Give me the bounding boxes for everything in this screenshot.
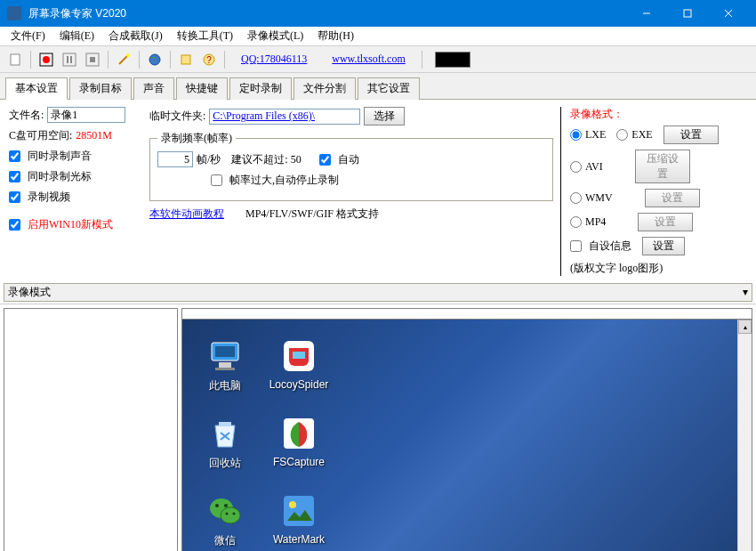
- menu-edit[interactable]: 编辑(E): [52, 27, 101, 45]
- svg-rect-15: [181, 55, 190, 64]
- cb-custom-info[interactable]: [570, 240, 582, 252]
- scroll-up-icon[interactable]: ▴: [738, 320, 752, 334]
- diskspace-value: 28501M: [76, 129, 112, 142]
- label-record-sound: 同时录制声音: [28, 149, 92, 164]
- notes-icon[interactable]: [176, 50, 196, 69]
- mode-bar[interactable]: 录像模式 ▾: [4, 283, 752, 302]
- svg-rect-20: [219, 362, 231, 368]
- fps-suggest: 建议不超过: 50: [231, 152, 301, 167]
- svg-line-12: [119, 55, 128, 64]
- svg-rect-9: [70, 56, 72, 63]
- tempdir-label: 临时文件夹:: [149, 109, 205, 124]
- label-record-video: 录制视频: [28, 190, 70, 205]
- format-support: MP4/FLV/SWF/GIF 格式支持: [245, 207, 379, 222]
- radio-exe[interactable]: [616, 129, 628, 141]
- toolbar: ? QQ:178046113 www.tlxsoft.com: [0, 46, 756, 73]
- tab-other[interactable]: 其它设置: [358, 77, 420, 100]
- svg-point-33: [289, 501, 296, 508]
- menu-file[interactable]: 文件(F): [4, 27, 52, 45]
- svg-rect-8: [67, 56, 68, 63]
- new-icon[interactable]: [5, 50, 25, 69]
- pause-icon[interactable]: [60, 50, 79, 69]
- website-link[interactable]: www.tlxsoft.com: [332, 53, 406, 66]
- fps-unit: 帧/秒: [197, 152, 221, 167]
- app-icon: [7, 6, 21, 20]
- svg-point-27: [221, 507, 240, 523]
- compress-button[interactable]: 压缩设置: [635, 150, 690, 183]
- desktop-icon-recycle[interactable]: 回收站: [191, 415, 259, 471]
- svg-rect-21: [215, 368, 235, 370]
- stop-icon[interactable]: [83, 50, 102, 69]
- globe-icon[interactable]: [145, 50, 165, 69]
- menu-convert[interactable]: 转换工具(T): [170, 27, 240, 45]
- icon-label: FSCapture: [273, 456, 325, 468]
- label-lxe: LXE: [585, 128, 606, 142]
- fps-input[interactable]: [157, 151, 193, 167]
- recycle-bin-icon: [206, 415, 244, 452]
- desktop-icon-fscapture[interactable]: FSCapture: [259, 415, 339, 471]
- tab-hotkey[interactable]: 快捷键: [176, 77, 228, 100]
- label-wmv: WMV: [585, 191, 613, 205]
- desktop-icon-watermark[interactable]: WaterMark: [259, 492, 339, 548]
- menu-help[interactable]: 帮助(H): [310, 27, 361, 45]
- dropdown-icon[interactable]: ▾: [743, 286, 748, 299]
- filename-input[interactable]: [47, 107, 125, 123]
- svg-rect-1: [684, 10, 691, 17]
- radio-lxe[interactable]: [570, 129, 582, 141]
- desktop-icon-locoyspider[interactable]: LocoySpider: [259, 337, 339, 393]
- qq-link[interactable]: QQ:178046113: [241, 53, 307, 66]
- set-wmv-button[interactable]: 设置: [645, 189, 700, 207]
- select-button[interactable]: 选择: [364, 107, 405, 126]
- cb-win10-mode[interactable]: [9, 219, 20, 231]
- settings-panel: 文件名: C盘可用空间: 28501M 同时录制声音 同时录制光标 录制视频 启…: [0, 100, 756, 283]
- tab-target[interactable]: 录制目标: [69, 77, 132, 100]
- framerate-fieldset: 录制频率(帧率) 帧/秒 建议不超过: 50 自动 帧率过大,自动停止录制: [149, 131, 553, 201]
- tab-sound[interactable]: 声音: [133, 77, 174, 100]
- label-mp4: MP4: [585, 215, 606, 229]
- cb-record-cursor[interactable]: [9, 171, 20, 182]
- svg-point-30: [226, 513, 229, 515]
- fscapture-icon: [280, 415, 318, 452]
- label-record-cursor: 同时录制光标: [28, 169, 92, 184]
- minimize-button[interactable]: [626, 0, 667, 27]
- tab-basic[interactable]: 基本设置: [5, 77, 68, 100]
- filename-label: 文件名:: [9, 108, 44, 123]
- radio-wmv[interactable]: [570, 192, 582, 204]
- maximize-button[interactable]: [667, 0, 708, 27]
- ruler: [181, 308, 752, 319]
- wechat-icon: [206, 492, 244, 530]
- icon-label: 回收站: [209, 456, 241, 471]
- desktop-icon-thispc[interactable]: 此电脑: [191, 337, 259, 393]
- desktop-icon-wechat[interactable]: 微信: [191, 492, 259, 548]
- radio-mp4[interactable]: [570, 216, 582, 228]
- cb-record-video[interactable]: [9, 191, 20, 203]
- menu-compose[interactable]: 合成截取(J): [101, 27, 170, 45]
- tab-timer[interactable]: 定时录制: [229, 77, 292, 100]
- tab-split[interactable]: 文件分割: [294, 77, 356, 100]
- menu-recordmode[interactable]: 录像模式(L): [240, 27, 310, 45]
- radio-avi[interactable]: [570, 161, 582, 173]
- cb-record-sound[interactable]: [9, 150, 20, 162]
- record-icon[interactable]: [36, 50, 56, 69]
- scrollbar-vertical[interactable]: ▴ ▾: [737, 320, 752, 551]
- close-button[interactable]: [708, 0, 749, 27]
- label-exe: EXE: [631, 128, 652, 142]
- tutorial-link[interactable]: 本软件动画教程: [149, 207, 224, 222]
- cb-auto-fps[interactable]: [319, 154, 331, 166]
- svg-text:?: ?: [206, 55, 212, 65]
- wand-icon[interactable]: [114, 50, 133, 69]
- set-mp4-button[interactable]: 设置: [638, 213, 693, 231]
- help-icon[interactable]: ?: [199, 50, 219, 69]
- set-lxe-button[interactable]: 设置: [664, 126, 719, 144]
- format-legend: 录像格式：: [570, 107, 747, 122]
- cb-overflow-stop[interactable]: [211, 174, 222, 186]
- svg-point-31: [233, 513, 236, 515]
- tempdir-input[interactable]: [209, 109, 360, 125]
- framerate-legend: 录制频率(帧率): [157, 131, 236, 146]
- menubar: 文件(F) 编辑(E) 合成截取(J) 转换工具(T) 录像模式(L) 帮助(H…: [0, 27, 756, 46]
- svg-rect-11: [90, 57, 95, 62]
- label-auto-fps: 自动: [338, 152, 359, 167]
- icon-label: LocoySpider: [269, 378, 329, 391]
- icon-label: 微信: [214, 533, 236, 548]
- set-info-button[interactable]: 设置: [642, 237, 685, 255]
